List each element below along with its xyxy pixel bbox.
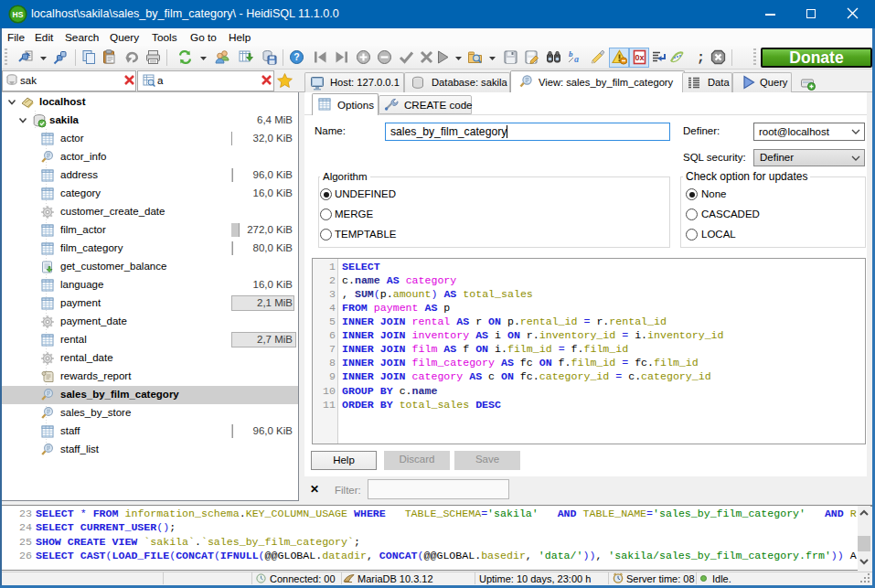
svg-text:?: ? xyxy=(293,51,299,62)
svg-text:a: a xyxy=(574,54,579,64)
svg-text:0x: 0x xyxy=(635,53,645,62)
svg-text:;: ; xyxy=(697,50,703,65)
svg-text:HS: HS xyxy=(13,10,24,19)
svg-text:b: b xyxy=(569,49,573,59)
